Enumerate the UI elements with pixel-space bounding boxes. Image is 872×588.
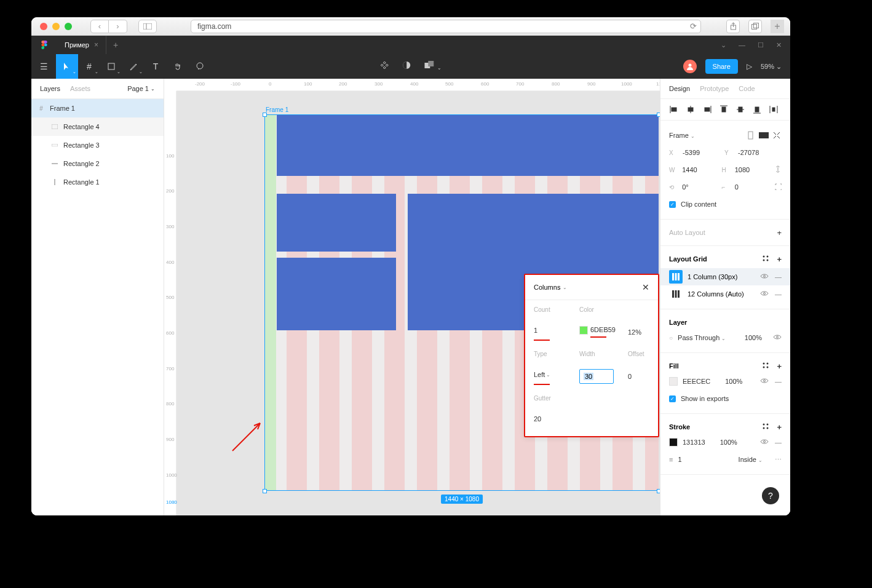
stroke-color-swatch[interactable] (669, 438, 678, 447)
blend-mode-select[interactable]: Pass Through ⌄ (678, 334, 726, 341)
window-close-icon[interactable]: ✕ (776, 41, 782, 49)
independent-corners-icon[interactable] (774, 183, 782, 191)
remove-grid-button[interactable]: — (775, 273, 782, 280)
constrain-proportions-icon[interactable] (774, 165, 782, 175)
align-bottom-icon[interactable] (752, 105, 762, 114)
remove-fill-button[interactable]: — (775, 378, 782, 385)
remove-grid-button[interactable]: — (775, 290, 782, 298)
align-hcenter-icon[interactable] (686, 105, 696, 114)
help-button[interactable]: ? (762, 487, 779, 504)
columns-icon[interactable] (669, 270, 683, 284)
remove-stroke-button[interactable]: — (775, 439, 782, 446)
frame-tool[interactable]: #⌄ (78, 54, 100, 79)
orientation-landscape-icon[interactable] (758, 130, 769, 140)
user-avatar[interactable] (683, 60, 697, 73)
stroke-advanced-button[interactable]: ⋯ (775, 456, 782, 464)
visibility-icon[interactable] (760, 273, 769, 280)
fill-color-swatch[interactable] (669, 377, 678, 386)
reload-icon[interactable]: ⟳ (690, 22, 697, 31)
back-button[interactable]: ‹ (90, 20, 109, 33)
tabs-icon[interactable] (748, 20, 762, 33)
forward-button[interactable]: › (109, 20, 127, 33)
visibility-icon[interactable] (760, 439, 769, 446)
orientation-portrait-icon[interactable] (746, 130, 756, 140)
column-color-input[interactable]: 6DEB59 (579, 325, 625, 340)
distribute-icon[interactable] (769, 105, 779, 114)
window-minimize-icon[interactable]: — (739, 41, 745, 49)
fill-opacity-input[interactable]: 100% (725, 378, 742, 385)
frame-label[interactable]: Frame 1 (266, 106, 288, 113)
radius-input[interactable]: 0 (735, 183, 769, 191)
text-tool[interactable]: T (145, 54, 167, 79)
layer-rectangle-3[interactable]: Rectangle 3 (31, 136, 164, 154)
add-autolayout-button[interactable]: + (777, 228, 782, 237)
column-gutter-input[interactable]: 20 (534, 411, 659, 426)
grid-item-1[interactable]: 1 Column (30px) (688, 273, 737, 280)
x-input[interactable]: -5399 (683, 149, 719, 156)
present-icon[interactable]: ▷ (747, 62, 752, 71)
add-stroke-button[interactable]: + (777, 423, 782, 432)
fill-hex-input[interactable]: EEECEC (683, 378, 710, 385)
rotation-input[interactable]: 0° (682, 183, 716, 191)
url-bar[interactable]: figma.com ⟳ (191, 20, 701, 33)
show-in-exports-checkbox[interactable]: ✓ (669, 395, 676, 402)
close-tab-icon[interactable]: × (94, 41, 98, 49)
column-offset-input[interactable]: 0 (628, 369, 659, 384)
prototype-tab[interactable]: Prototype (700, 85, 729, 92)
figma-home-button[interactable] (31, 36, 57, 54)
visibility-icon[interactable] (773, 334, 782, 341)
layer-rectangle-1[interactable]: Rectangle 1 (31, 173, 164, 191)
layer-rectangle-2[interactable]: Rectangle 2 (31, 154, 164, 173)
fill-styles-icon[interactable] (762, 362, 769, 371)
page-selector[interactable]: Page 1 ⌄ (127, 85, 155, 92)
hand-tool[interactable] (167, 54, 189, 79)
shape-tool[interactable]: ⌄ (100, 54, 122, 79)
w-input[interactable]: 1440 (682, 166, 716, 173)
visibility-icon[interactable] (760, 290, 769, 298)
component-icon[interactable] (380, 61, 389, 72)
layer-frame-1[interactable]: # Frame 1 (31, 99, 164, 117)
align-left-icon[interactable] (669, 105, 679, 114)
column-opacity-input[interactable]: 12% (628, 325, 659, 340)
share-icon[interactable] (726, 20, 740, 33)
design-tab[interactable]: Design (669, 85, 690, 92)
align-right-icon[interactable] (702, 105, 712, 114)
align-vcenter-icon[interactable] (735, 105, 745, 114)
stroke-weight-input[interactable]: 1 (678, 456, 681, 463)
zoom-level[interactable]: 59% ⌄ (761, 63, 782, 71)
visibility-icon[interactable] (760, 378, 769, 385)
resize-to-fit-icon[interactable] (772, 130, 782, 140)
stroke-hex-input[interactable]: 131313 (683, 439, 705, 446)
layer-opacity-input[interactable]: 100% (745, 334, 762, 341)
column-width-input[interactable]: 30 (579, 369, 614, 384)
grid-styles-icon[interactable] (762, 255, 769, 264)
close-icon[interactable]: ✕ (642, 282, 649, 292)
new-figma-tab-button[interactable]: + (106, 40, 125, 50)
rectangle-2[interactable] (277, 258, 396, 330)
layer-rectangle-4[interactable]: Rectangle 4 (31, 117, 164, 136)
rectangle-3[interactable] (277, 194, 396, 252)
window-dropdown-icon[interactable]: ⌄ (721, 41, 726, 49)
y-input[interactable]: -27078 (738, 149, 775, 156)
document-tab[interactable]: Пример × (57, 36, 106, 54)
column-count-input[interactable]: 1 (534, 323, 577, 341)
sidebar-toggle-button[interactable] (138, 20, 157, 33)
canvas[interactable]: -200 -100 0 100 200 300 400 500 600 700 … (164, 79, 660, 515)
add-grid-button[interactable]: + (777, 255, 782, 264)
rectangle-4[interactable] (277, 115, 659, 176)
add-fill-button[interactable]: + (777, 362, 782, 371)
clip-content-checkbox[interactable]: ✓ (669, 201, 676, 208)
move-tool[interactable]: ⌄ (56, 54, 78, 79)
chevron-down-icon[interactable]: ⌄ (563, 285, 567, 290)
h-input[interactable]: 1080 (735, 166, 769, 173)
comment-tool[interactable] (189, 54, 211, 79)
mask-icon[interactable] (402, 61, 411, 72)
stroke-position-select[interactable]: Inside ⌄ (739, 456, 763, 463)
columns-icon[interactable] (669, 287, 683, 301)
frame-type-select[interactable]: Frame ⌄ (669, 132, 695, 139)
close-window-icon[interactable] (40, 23, 47, 30)
align-top-icon[interactable] (719, 105, 729, 114)
column-type-select[interactable]: Left ⌄ (534, 367, 577, 385)
maximize-window-icon[interactable] (65, 23, 72, 30)
stroke-opacity-input[interactable]: 100% (720, 439, 737, 446)
